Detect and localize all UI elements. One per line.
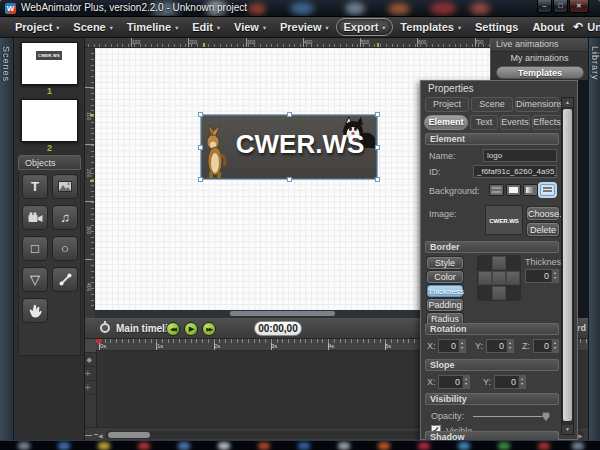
choose-image-button[interactable]: Choose...: [527, 207, 559, 220]
tab-element[interactable]: Element: [424, 115, 468, 130]
taskbar-item[interactable]: [298, 442, 310, 450]
border-thickness-button[interactable]: Thickness: [427, 285, 463, 297]
selected-logo-object[interactable]: CWER.WS: [200, 114, 378, 180]
slope-y-spinner[interactable]: 0 ▲▼: [494, 375, 526, 389]
scenes-tab[interactable]: Scenes: [1, 46, 11, 82]
taskbar-item[interactable]: [458, 442, 470, 450]
border-center-cell[interactable]: [492, 271, 506, 285]
tab-project[interactable]: Project: [425, 97, 469, 112]
scrollbar-thumb[interactable]: [230, 311, 335, 316]
border-padding-button[interactable]: Padding: [427, 299, 463, 311]
taskbar-item[interactable]: [538, 442, 550, 450]
taskbar-item[interactable]: [338, 442, 350, 450]
taskbar-item[interactable]: [58, 442, 70, 450]
border-right-cell[interactable]: [506, 271, 520, 285]
menu-edit[interactable]: Edit▾: [185, 19, 227, 35]
menu-export[interactable]: Export▾: [336, 18, 394, 36]
line-tool[interactable]: [52, 267, 78, 292]
menu-preview[interactable]: Preview▾: [273, 19, 336, 35]
windows-taskbar[interactable]: [0, 440, 600, 450]
image-tool[interactable]: [52, 174, 78, 199]
taskbar-item[interactable]: [98, 442, 110, 450]
tab-events[interactable]: Events: [500, 115, 530, 130]
title-bar[interactable]: W WebAnimator Plus, version2.2.0 - Unkno…: [0, 0, 600, 17]
add-keyframe-icon[interactable]: +: [85, 381, 91, 394]
border-bottom-cell[interactable]: [492, 286, 506, 300]
opacity-slider-thumb[interactable]: [542, 412, 550, 421]
border-top-cell[interactable]: [492, 256, 506, 270]
opacity-slider[interactable]: [473, 416, 549, 417]
taskbar-item[interactable]: [138, 442, 150, 450]
menu-timeline[interactable]: Timeline▾: [120, 19, 185, 35]
menu-templates[interactable]: Templates▾: [393, 19, 468, 35]
border-sides-selector[interactable]: [477, 255, 521, 301]
play-button[interactable]: ▶: [184, 322, 198, 336]
templates-item[interactable]: Templates: [496, 66, 584, 79]
my-animations-item[interactable]: My animations: [491, 52, 588, 65]
selection-handle[interactable]: [375, 145, 380, 150]
record-label-fragment[interactable]: rd: [577, 323, 586, 333]
delete-image-button[interactable]: Delete: [527, 223, 559, 236]
thickness-spinner[interactable]: 0 ▲▼: [525, 269, 559, 283]
tab-scene[interactable]: Scene: [471, 97, 513, 112]
taskbar-item[interactable]: [378, 442, 390, 450]
skip-forward-button[interactable]: ▶▶: [202, 322, 216, 336]
slope-x-spinner[interactable]: 0 ▲▼: [438, 375, 470, 389]
tab-effects[interactable]: Effects: [532, 115, 562, 130]
diamond-icon[interactable]: ◆: [87, 355, 92, 365]
taskbar-item[interactable]: [18, 442, 30, 450]
add-keyframe-icon[interactable]: +: [85, 367, 91, 380]
taskbar-item[interactable]: [418, 442, 430, 450]
minimize-button[interactable]: –: [537, 0, 552, 13]
background-solid-button[interactable]: [506, 184, 521, 196]
background-gradient-button[interactable]: [523, 184, 538, 196]
skip-back-button[interactable]: ◀◀: [166, 322, 180, 336]
id-input[interactable]: _f6faf91c_6260_4a95_b0f1: [473, 165, 557, 178]
menu-settings[interactable]: Settings: [468, 19, 525, 35]
hand-tool[interactable]: [22, 298, 48, 323]
video-tool[interactable]: [22, 205, 48, 230]
menu-scene[interactable]: Scene▾: [66, 19, 119, 35]
triangle-tool[interactable]: ▽: [22, 267, 48, 292]
taskbar-item[interactable]: [178, 442, 190, 450]
tab-text[interactable]: Text: [470, 115, 498, 130]
selection-handle[interactable]: [198, 145, 203, 150]
tab-dimensions[interactable]: Dimensions: [515, 97, 559, 112]
taskbar-item[interactable]: [258, 442, 270, 450]
scroll-right-icon[interactable]: ▶: [578, 432, 583, 439]
selection-handle[interactable]: [375, 112, 380, 117]
selection-handle[interactable]: [198, 177, 203, 182]
menu-project[interactable]: Project▾: [8, 19, 66, 35]
audio-tool[interactable]: ♫: [52, 205, 78, 230]
text-tool[interactable]: T: [22, 174, 48, 199]
scrollbar-thumb[interactable]: [108, 432, 150, 438]
background-none-button[interactable]: [489, 184, 504, 196]
selection-handle[interactable]: [198, 112, 203, 117]
name-input[interactable]: logo: [483, 149, 557, 162]
scroll-left-icon[interactable]: ◀: [98, 432, 103, 439]
properties-scrollbar[interactable]: ▲ ▼: [561, 97, 574, 435]
library-tab[interactable]: Library: [590, 46, 600, 81]
scene-1-thumbnail[interactable]: CWER.WS: [21, 42, 78, 85]
scroll-up-icon[interactable]: ▲: [562, 98, 573, 107]
rotation-x-spinner[interactable]: 0 ▲▼: [438, 339, 466, 353]
rotation-y-spinner[interactable]: 0 ▲▼: [486, 339, 514, 353]
ellipse-tool[interactable]: ○: [52, 236, 78, 261]
background-image-button[interactable]: [540, 184, 555, 196]
border-color-button[interactable]: Color: [427, 271, 463, 283]
selection-handle[interactable]: [375, 177, 380, 182]
taskbar-item[interactable]: [572, 442, 584, 450]
border-style-button[interactable]: Style: [427, 257, 463, 269]
selection-handle[interactable]: [287, 177, 292, 182]
scene-2-thumbnail[interactable]: [21, 99, 78, 142]
scrollbar-thumb[interactable]: [563, 109, 572, 421]
selection-handle[interactable]: [287, 112, 292, 117]
scroll-down-icon[interactable]: ▼: [562, 425, 573, 434]
maximize-button[interactable]: □: [553, 0, 568, 13]
rotation-z-spinner[interactable]: 0 ▲▼: [533, 339, 559, 353]
rectangle-tool[interactable]: □: [22, 236, 48, 261]
undo-button[interactable]: ↶Undo: [571, 19, 600, 35]
menu-view[interactable]: View▾: [227, 19, 273, 35]
close-button[interactable]: ✕: [569, 0, 589, 13]
border-left-cell[interactable]: [478, 271, 492, 285]
